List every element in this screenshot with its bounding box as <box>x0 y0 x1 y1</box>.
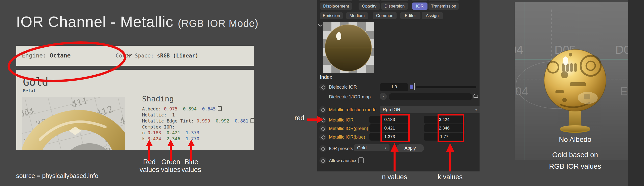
diamond-icon <box>321 127 325 131</box>
tab-dispersion[interactable]: Dispersion <box>381 3 408 10</box>
tab-common[interactable]: Common <box>373 12 397 19</box>
copy-icon[interactable] <box>250 118 254 123</box>
k-values-highlight-box <box>438 114 464 142</box>
page-title-suffix: (RGB IOR Mode) <box>178 18 259 29</box>
tab-transmission[interactable]: Transmission <box>428 3 459 10</box>
tab-emission[interactable]: Emission <box>320 12 343 19</box>
n-line: n 0.183 0.421 1.373 <box>142 130 199 135</box>
albedo-g: 0.894 <box>183 106 197 111</box>
folder-icon[interactable] <box>473 94 478 98</box>
tab-opacity[interactable]: Opacity <box>359 3 380 10</box>
n-values-arrow-head <box>391 143 399 152</box>
tab-medium[interactable]: Medium <box>346 12 368 19</box>
albedo-label: Albedo: <box>142 106 161 111</box>
metallic-label: Metallic: <box>142 112 167 117</box>
caret-down-icon: ▼ <box>384 147 387 150</box>
n-values-highlight-box <box>380 114 410 142</box>
n-values-arrow-line <box>394 151 396 171</box>
material-name: Gold <box>23 76 48 88</box>
engine-label: Engine: <box>22 52 46 59</box>
edge-tint-r: 0.999 <box>197 118 210 123</box>
node-port[interactable] <box>319 84 326 91</box>
k-values-label: k values <box>428 173 472 181</box>
k-label: k <box>142 136 145 141</box>
node-port[interactable] <box>319 157 326 164</box>
edge-tint-line: Metallic Edge Tint: 0.999 0.992 0.881 <box>142 118 254 123</box>
caption-gold-based: Gold based on <box>525 151 625 159</box>
map-dropdown-button[interactable]: ▼ <box>380 93 387 100</box>
edge-tint-label: Metallic Edge Tint: <box>142 118 194 123</box>
albedo-line: Albedo: 0.975 0.894 0.645 <box>142 106 222 111</box>
reflection-mode-dropdown[interactable]: Rgb IOR <box>380 106 480 113</box>
copy-icon[interactable] <box>218 106 222 111</box>
cutoff-tab <box>381 0 408 1</box>
dielectric-map-label: Dielectric 1/IOR map <box>329 94 371 100</box>
metallic-value: 1 <box>172 112 175 117</box>
tab-ior[interactable]: IOR <box>412 3 427 10</box>
node-port[interactable] <box>319 125 326 132</box>
cutoff-tab <box>359 0 380 1</box>
engine-value: Octane <box>50 52 71 59</box>
metallic-ior-blue-label: Metallic IOR(blue) <box>329 135 365 140</box>
engine-bar: Engine: Octane Color Space: sRGB (Linear… <box>16 46 254 66</box>
green-up-arrow <box>167 140 174 146</box>
color-space-selector[interactable]: Color Space: sRGB (Linear) <box>116 53 198 59</box>
n-r: 0.183 <box>148 130 161 135</box>
ior-presets-value: Gold <box>357 145 367 151</box>
node-port[interactable] <box>319 134 326 141</box>
reflection-mode-label: Metallic reflection mode <box>329 107 376 112</box>
map-input[interactable] <box>389 93 472 100</box>
engine-selector[interactable]: Engine: Octane <box>22 52 71 59</box>
n-values-label: n values <box>372 173 417 181</box>
cutoff-tab <box>320 0 352 1</box>
red-up-arrow-line <box>148 146 150 161</box>
n-g: 0.421 <box>167 130 180 135</box>
complex-ior-label: Complex IOR: <box>142 124 175 130</box>
svg-text:E04: E04 <box>620 85 628 98</box>
material-preview[interactable] <box>323 22 374 73</box>
diamond-icon <box>321 108 325 112</box>
tab-assign[interactable]: Assign <box>422 12 443 19</box>
dielectric-ior-value[interactable]: 1.3 <box>380 83 408 91</box>
caption-no-albedo: No Albedo <box>525 136 625 144</box>
allow-caustics-label: Allow caustics <box>329 158 357 163</box>
page-title: IOR Channel - Metallic (RGB IOR Mode) <box>16 13 259 30</box>
albedo-r: 0.975 <box>164 106 178 111</box>
page-title-main: IOR Channel - Metallic <box>16 13 174 30</box>
tab-displacement[interactable]: Displacement <box>320 3 352 10</box>
color-space-label: Color Space: <box>116 53 154 59</box>
diamond-icon <box>321 85 325 90</box>
material-photo: 384 385 360 35 411 412 4 38 363 <box>22 97 125 150</box>
red-annotation-label: red <box>288 114 304 122</box>
slider-track[interactable] <box>416 86 476 88</box>
chevron-down-icon[interactable] <box>318 24 323 27</box>
ior-presets-label: IOR presets <box>329 146 353 151</box>
node-port[interactable] <box>319 106 326 113</box>
allow-caustics-checkbox[interactable] <box>358 157 364 163</box>
red-right-arrow-head <box>317 116 323 123</box>
slider-handle[interactable] <box>410 85 413 89</box>
red-up-arrow <box>146 140 153 146</box>
material-card-gold: Gold Metal 384 <box>16 70 254 150</box>
diamond-icon <box>321 147 325 151</box>
right-edge-strip <box>628 0 644 186</box>
diamond-icon <box>321 135 325 140</box>
green-up-arrow-line <box>170 146 172 161</box>
material-category: Metal <box>23 88 36 93</box>
index-section-label: Index <box>320 74 332 80</box>
node-port[interactable] <box>319 145 326 152</box>
n-label: n <box>142 130 145 135</box>
edge-tint-g: 0.992 <box>216 118 229 123</box>
tab-editor[interactable]: Editor <box>400 12 420 19</box>
metallic-line: Metallic: 1 <box>142 112 175 117</box>
slider-grip[interactable] <box>414 83 415 90</box>
n-b: 1.373 <box>186 130 199 135</box>
screenshot-canvas: IOR Channel - Metallic (RGB IOR Mode) En… <box>0 0 644 186</box>
apply-button[interactable]: Apply <box>396 144 424 152</box>
albedo-b: 0.645 <box>202 106 216 111</box>
cutoff-tab <box>428 0 459 1</box>
k-values-arrow-line <box>449 151 451 171</box>
metallic-ior-green-label: Metallic IOR(green) <box>329 126 368 131</box>
blue-up-arrow <box>188 140 195 146</box>
preview-sphere <box>323 22 374 73</box>
